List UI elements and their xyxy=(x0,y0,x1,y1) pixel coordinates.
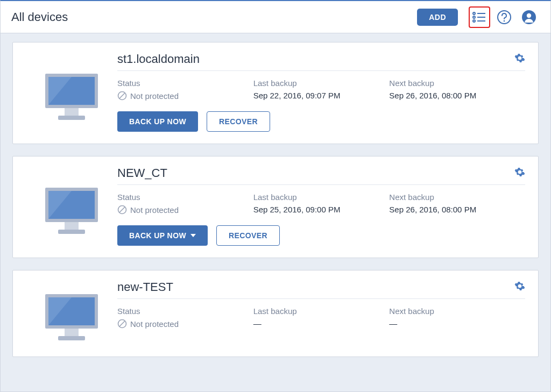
next-backup-label: Next backup xyxy=(389,193,525,202)
device-card: st1.localdomain Status Not protecte xyxy=(12,42,539,144)
device-name: new-TEST xyxy=(117,280,514,294)
next-backup-label: Next backup xyxy=(389,79,525,88)
device-card: new-TEST Status Not protected xyxy=(12,270,539,357)
device-body: NEW_CT Status Not protected xyxy=(117,166,525,246)
gear-icon xyxy=(514,281,525,291)
device-actions: BACK UP NOW RECOVER xyxy=(117,225,525,246)
device-icon-col xyxy=(26,166,117,246)
top-bar: All devices ADD xyxy=(0,0,551,33)
status-text: Not protected xyxy=(130,91,179,101)
last-backup-label: Last backup xyxy=(253,193,390,202)
svg-line-16 xyxy=(119,93,125,98)
svg-rect-13 xyxy=(65,108,79,116)
help-button[interactable] xyxy=(493,6,515,28)
content-area: st1.localdomain Status Not protecte xyxy=(0,33,551,392)
backup-now-button[interactable]: BACK UP NOW xyxy=(117,111,198,132)
svg-point-0 xyxy=(473,12,475,15)
last-backup-value: — xyxy=(253,319,390,328)
svg-point-9 xyxy=(527,13,531,17)
status-col: Status Not protected xyxy=(117,79,253,101)
svg-point-6 xyxy=(498,11,511,24)
device-card: NEW_CT Status Not protected xyxy=(12,156,539,258)
svg-rect-21 xyxy=(58,230,85,234)
status-col: Status Not protected xyxy=(117,307,253,329)
last-backup-col: Last backup — xyxy=(253,307,390,329)
svg-rect-20 xyxy=(65,222,79,230)
backup-now-label: BACK UP NOW xyxy=(129,231,186,240)
monitor-icon xyxy=(42,70,101,124)
svg-rect-28 xyxy=(58,336,85,340)
last-backup-value: Sep 25, 2016, 09:00 PM xyxy=(253,205,390,214)
status-label: Status xyxy=(117,307,253,316)
last-backup-value: Sep 22, 2016, 09:07 PM xyxy=(253,91,390,100)
device-header: new-TEST xyxy=(117,280,525,299)
device-info: Status Not protected Last backup — Next … xyxy=(117,307,525,329)
device-header: st1.localdomain xyxy=(117,52,525,71)
user-icon xyxy=(521,10,536,25)
next-backup-value: Sep 26, 2016, 08:00 PM xyxy=(389,205,525,214)
svg-point-4 xyxy=(473,20,475,22)
device-icon-col xyxy=(26,280,117,345)
device-actions: BACK UP NOW RECOVER xyxy=(117,111,525,132)
last-backup-col: Last backup Sep 25, 2016, 09:00 PM xyxy=(253,193,390,215)
next-backup-col: Next backup Sep 26, 2016, 08:00 PM xyxy=(389,79,525,101)
device-body: st1.localdomain Status Not protecte xyxy=(117,52,525,132)
status-col: Status Not protected xyxy=(117,193,253,215)
status-text: Not protected xyxy=(130,205,179,215)
device-name: st1.localdomain xyxy=(117,52,514,66)
next-backup-value: Sep 26, 2016, 08:00 PM xyxy=(389,91,525,100)
account-button[interactable] xyxy=(518,6,540,28)
device-info: Status Not protected Last backup Sep 22,… xyxy=(117,79,525,101)
settings-button[interactable] xyxy=(514,281,525,294)
next-backup-col: Next backup Sep 26, 2016, 08:00 PM xyxy=(389,193,525,215)
gear-icon xyxy=(514,53,525,63)
not-protected-icon xyxy=(117,91,127,101)
last-backup-label: Last backup xyxy=(253,307,390,316)
recover-button[interactable]: RECOVER xyxy=(216,225,280,246)
svg-rect-14 xyxy=(58,116,85,120)
device-info: Status Not protected Last backup Sep 25,… xyxy=(117,193,525,215)
svg-rect-27 xyxy=(65,329,79,336)
svg-line-30 xyxy=(119,321,125,326)
settings-button[interactable] xyxy=(514,167,525,180)
next-backup-value: — xyxy=(389,319,525,328)
status-label: Status xyxy=(117,193,253,202)
device-body: new-TEST Status Not protected xyxy=(117,280,525,345)
status-value: Not protected xyxy=(117,205,253,215)
list-view-button[interactable] xyxy=(469,6,490,28)
settings-button[interactable] xyxy=(514,53,525,66)
monitor-icon xyxy=(42,184,101,238)
next-backup-label: Next backup xyxy=(389,307,525,316)
status-value: Not protected xyxy=(117,319,253,329)
backup-now-dropdown-button[interactable]: BACK UP NOW xyxy=(117,225,208,246)
help-icon xyxy=(497,10,512,25)
recover-button[interactable]: RECOVER xyxy=(207,111,270,132)
not-protected-icon xyxy=(117,205,127,215)
not-protected-icon xyxy=(117,319,127,329)
device-name: NEW_CT xyxy=(117,166,514,180)
last-backup-col: Last backup Sep 22, 2016, 09:07 PM xyxy=(253,79,390,101)
last-backup-label: Last backup xyxy=(253,79,390,88)
page-title: All devices xyxy=(11,10,417,24)
next-backup-col: Next backup — xyxy=(389,307,525,329)
monitor-icon xyxy=(42,291,101,345)
backup-now-label: BACK UP NOW xyxy=(129,117,186,126)
status-text: Not protected xyxy=(130,319,179,329)
status-label: Status xyxy=(117,79,253,88)
device-icon-col xyxy=(26,52,117,132)
add-button[interactable]: ADD xyxy=(417,9,458,26)
svg-point-2 xyxy=(473,16,475,18)
gear-icon xyxy=(514,167,525,177)
status-value: Not protected xyxy=(117,91,253,101)
device-header: NEW_CT xyxy=(117,166,525,185)
svg-point-7 xyxy=(504,20,505,22)
chevron-down-icon xyxy=(190,234,196,237)
list-icon xyxy=(472,12,486,23)
svg-line-23 xyxy=(119,207,125,212)
